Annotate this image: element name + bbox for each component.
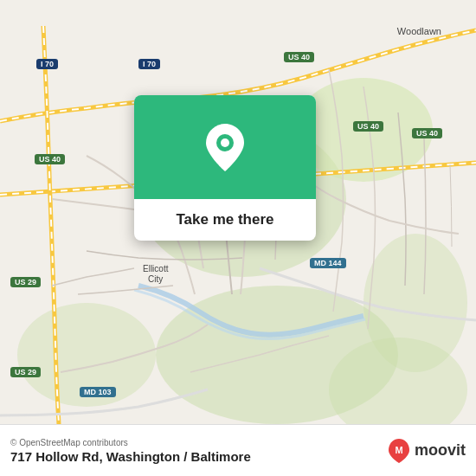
address-text: 717 Hollow Rd, Washington / Baltimore <box>10 449 251 464</box>
bottom-bar: © OpenStreetMap contributors 717 Hollow … <box>0 424 476 476</box>
take-me-there-button[interactable]: Take me there <box>176 211 273 228</box>
moovit-icon: M <box>387 439 411 463</box>
highway-badge-i70-mid: I 70 <box>138 59 160 69</box>
highway-badge-us29-top: US 29 <box>10 277 41 287</box>
svg-text:M: M <box>395 445 402 455</box>
svg-point-8 <box>221 138 229 147</box>
moovit-label: moovit <box>415 441 466 460</box>
moovit-logo: M moovit <box>387 439 466 463</box>
highway-badge-md103: MD 103 <box>80 387 116 397</box>
highway-badge-us40-right1: US 40 <box>353 121 383 132</box>
highway-badge-us40-top: US 40 <box>284 52 314 62</box>
popup-card: Take me there <box>134 95 316 241</box>
highway-badge-us40-right2: US 40 <box>412 128 442 138</box>
location-pin-icon <box>206 124 244 171</box>
bottom-left: © OpenStreetMap contributors 717 Hollow … <box>10 438 251 464</box>
ellicott-city-label: EllicottCity <box>143 264 168 285</box>
highway-badge-us29-bot: US 29 <box>10 367 41 377</box>
highway-badge-us40-left: US 40 <box>35 154 65 164</box>
highway-badge-i70-left: I 70 <box>36 59 58 69</box>
map-container: Woodlawn EllicottCity I 70 I 70 US 40 US… <box>0 0 476 476</box>
popup-green-area <box>134 95 316 199</box>
copyright-text: © OpenStreetMap contributors <box>10 438 251 447</box>
woodlawn-label: Woodlawn <box>397 26 441 36</box>
highway-badge-md144: MD 144 <box>310 258 346 268</box>
